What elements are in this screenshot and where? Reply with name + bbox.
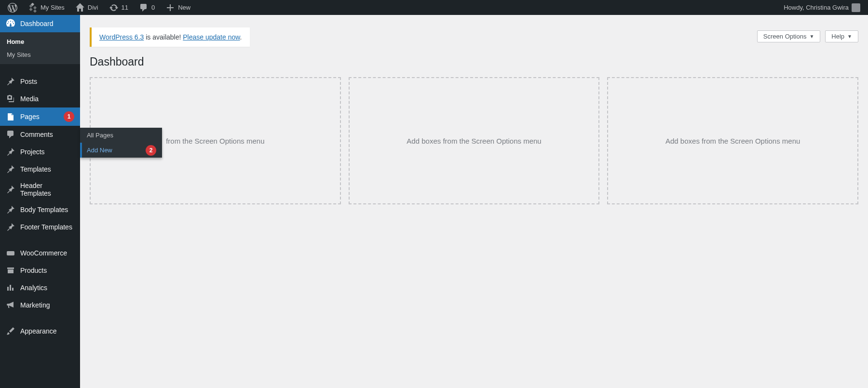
submenu-my-sites[interactable]: My Sites	[0, 48, 80, 61]
menu-appearance[interactable]: Appearance	[0, 322, 80, 340]
dashboard-box-2: Add boxes from the Screen Options menu	[349, 77, 600, 204]
my-sites-menu[interactable]: My Sites	[24, 3, 68, 13]
home-icon	[75, 3, 85, 13]
comments-count: 0	[151, 4, 155, 11]
content-area: Screen Options ▼ Help ▼ WordPress 6.3 is…	[80, 15, 868, 388]
toolbar-left: My Sites Divi 11 0 New	[4, 3, 194, 13]
menu-posts-label: Posts	[20, 78, 74, 85]
account-menu[interactable]: Howdy, Christina Gwira	[780, 3, 864, 12]
page-title: Dashboard	[90, 55, 858, 68]
notice-period: .	[240, 33, 242, 41]
wordpress-icon	[8, 3, 17, 13]
screen-meta-links: Screen Options ▼ Help ▼	[757, 30, 858, 42]
menu-projects-label: Projects	[20, 148, 74, 156]
submenu-dashboard: Home My Sites	[0, 32, 80, 64]
submenu-home[interactable]: Home	[0, 35, 80, 48]
wp-logo-menu[interactable]	[4, 3, 21, 13]
menu-body-templates[interactable]: Body Templates	[0, 201, 80, 218]
toolbar-right: Howdy, Christina Gwira	[780, 3, 864, 12]
site-name-menu[interactable]: Divi	[71, 3, 102, 13]
update-icon	[109, 3, 119, 13]
menu-media[interactable]: Media	[0, 90, 80, 107]
menu-comments-label: Comments	[20, 131, 74, 138]
menu-products[interactable]: Products	[0, 262, 80, 279]
triangle-down-icon: ▼	[809, 34, 814, 39]
menu-marketing-label: Marketing	[20, 301, 74, 309]
pages-annotation-badge: 1	[64, 111, 74, 122]
network-sites-icon	[28, 3, 38, 13]
menu-templates-label: Templates	[20, 165, 74, 173]
menu-header-templates[interactable]: Header Templates	[0, 178, 80, 201]
dashboard-widgets: from the Screen Options menu Add boxes f…	[90, 77, 858, 204]
help-label: Help	[831, 33, 844, 40]
menu-comments[interactable]: Comments	[0, 126, 80, 143]
pin-icon	[6, 147, 15, 157]
menu-woocommerce-label: WooCommerce	[20, 249, 74, 257]
updates-menu[interactable]: 11	[105, 3, 132, 13]
menu-separator	[0, 64, 80, 73]
media-icon	[6, 94, 15, 104]
megaphone-icon	[6, 300, 15, 310]
menu-body-templates-label: Body Templates	[20, 206, 74, 214]
my-sites-label: My Sites	[41, 4, 65, 11]
pin-icon	[6, 205, 15, 214]
menu-analytics-label: Analytics	[20, 284, 74, 292]
flyout-add-new-label: Add New	[87, 147, 112, 154]
dashboard-box-text: Add boxes from the Screen Options menu	[407, 137, 541, 145]
avatar	[852, 3, 860, 12]
screen-options-button[interactable]: Screen Options ▼	[757, 30, 821, 42]
menu-appearance-label: Appearance	[20, 327, 74, 335]
svg-rect-0	[7, 251, 14, 255]
menu-projects[interactable]: Projects	[0, 143, 80, 161]
menu-posts[interactable]: Posts	[0, 73, 80, 90]
brush-icon	[6, 326, 15, 336]
dashboard-box-3: Add boxes from the Screen Options menu	[607, 77, 858, 204]
menu-woocommerce[interactable]: WooCommerce	[0, 244, 80, 262]
new-label: New	[178, 4, 190, 11]
add-new-annotation-badge: 2	[146, 145, 156, 156]
pin-icon	[6, 77, 15, 86]
menu-pages[interactable]: Pages 1	[0, 107, 80, 126]
comments-menu[interactable]: 0	[135, 3, 159, 13]
notice-version-link[interactable]: WordPress 6.3	[99, 33, 144, 41]
comments-icon	[6, 130, 15, 139]
dashboard-box-text: from the Screen Options menu	[166, 137, 264, 145]
comment-icon	[139, 3, 149, 13]
chart-bar-icon	[6, 283, 15, 293]
menu-header-templates-label: Header Templates	[20, 182, 74, 197]
dashboard-box-text: Add boxes from the Screen Options menu	[665, 137, 800, 145]
site-name-label: Divi	[88, 4, 98, 11]
menu-marketing[interactable]: Marketing	[0, 296, 80, 314]
help-button[interactable]: Help ▼	[825, 30, 858, 42]
admin-menu: Dashboard Home My Sites Posts Media Page…	[0, 15, 80, 388]
menu-separator	[0, 314, 80, 322]
flyout-add-new[interactable]: Add New 2	[80, 143, 162, 158]
update-notice: WordPress 6.3 is available! Please updat…	[90, 27, 250, 47]
menu-media-label: Media	[20, 95, 74, 103]
updates-count: 11	[122, 4, 128, 11]
menu-separator	[0, 236, 80, 244]
screen-options-label: Screen Options	[763, 33, 807, 40]
menu-dashboard-label: Dashboard	[20, 20, 74, 27]
new-content-menu[interactable]: New	[162, 3, 194, 13]
notice-update-link[interactable]: Please update now	[183, 33, 240, 41]
pin-icon	[6, 164, 15, 174]
pin-icon	[6, 222, 15, 232]
menu-footer-templates-label: Footer Templates	[20, 223, 74, 231]
menu-pages-label: Pages	[20, 113, 57, 120]
page-icon	[6, 112, 15, 121]
pages-flyout: All Pages Add New 2	[80, 128, 162, 158]
menu-templates[interactable]: Templates	[0, 161, 80, 178]
pin-icon	[6, 185, 15, 194]
howdy-label: Howdy, Christina Gwira	[784, 4, 849, 11]
triangle-down-icon: ▼	[847, 34, 852, 39]
menu-footer-templates[interactable]: Footer Templates	[0, 218, 80, 236]
notice-text: is available!	[144, 33, 183, 41]
menu-products-label: Products	[20, 267, 74, 274]
menu-analytics[interactable]: Analytics	[0, 279, 80, 296]
woocommerce-icon	[6, 248, 15, 258]
menu-dashboard[interactable]: Dashboard	[0, 15, 80, 32]
dashboard-icon	[6, 19, 15, 28]
admin-toolbar: My Sites Divi 11 0 New Howdy, Christina …	[0, 0, 868, 15]
flyout-all-pages[interactable]: All Pages	[80, 128, 162, 143]
